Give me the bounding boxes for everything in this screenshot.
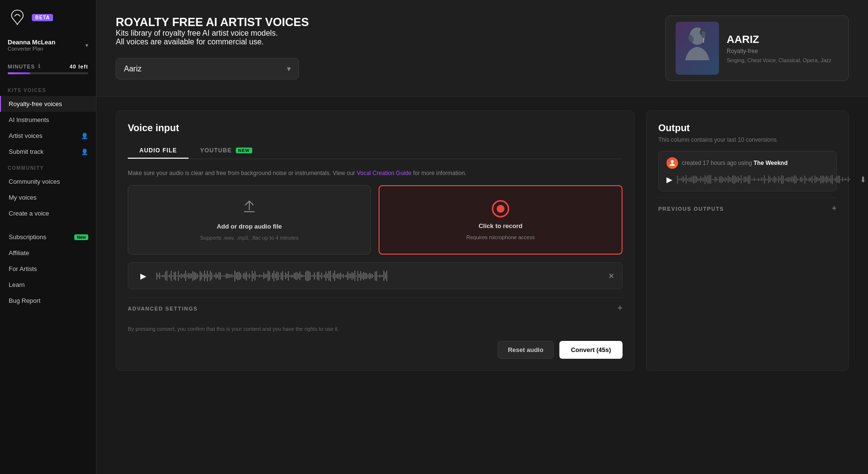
input-description: Make sure your audio is clear and free f… <box>128 169 623 177</box>
sidebar-item-label: Community voices <box>9 178 60 185</box>
output-waveform <box>677 174 850 185</box>
sidebar-item-label: Subscriptions <box>9 233 46 241</box>
sidebar-item-ai-instruments[interactable]: AI Instruments <box>0 112 96 128</box>
voice-card-tags: Singing, Chest Voice, Classical, Opera, … <box>727 57 831 63</box>
convert-button[interactable]: Convert (45s) <box>559 341 623 359</box>
close-audio-button[interactable]: ✕ <box>608 271 614 281</box>
sidebar-item-for-artists[interactable]: For Artists <box>0 261 96 277</box>
voice-selector-value: Aariz <box>124 65 141 73</box>
voice-card-royalty: Royalty-free <box>727 48 831 54</box>
record-box[interactable]: Click to record Requires microphone acce… <box>379 185 623 255</box>
voice-input-title: Voice input <box>128 122 623 134</box>
plus-icon: + <box>831 203 837 214</box>
voice-input-panel: Voice input AUDIO FILE YOUTUBE New Make … <box>116 110 635 371</box>
output-meta-text: created 17 hours ago using The Weeknd <box>682 160 787 166</box>
record-button-icon <box>492 200 509 217</box>
new-badge: New <box>74 234 88 240</box>
hero-desc-line2: All voices are available for commercial … <box>116 38 309 46</box>
tab-audio-file[interactable]: AUDIO FILE <box>128 143 189 159</box>
sidebar-item-learn[interactable]: Learn <box>0 277 96 293</box>
sidebar-item-label: Create a voice <box>9 210 49 217</box>
reset-audio-button[interactable]: Reset audio <box>498 341 554 359</box>
sidebar-item-artist-voices[interactable]: Artist voices 👤 <box>0 128 96 144</box>
voice-card-image <box>676 22 719 75</box>
download-button[interactable]: ⬇ <box>859 174 867 185</box>
tabs: AUDIO FILE YOUTUBE New <box>128 143 623 159</box>
minutes-count: 40 left <box>69 64 88 69</box>
sidebar-item-label: Royalty-free voices <box>9 100 62 108</box>
upload-drop-box[interactable]: Add or drop audio file Supports .wav, .m… <box>128 185 371 255</box>
user-plan: Converter Plan <box>8 46 55 52</box>
singer-illustration <box>680 27 714 70</box>
record-box-subtitle: Requires microphone access <box>466 234 535 240</box>
sidebar-item-create-a-voice[interactable]: Create a voice <box>0 205 96 221</box>
action-buttons: Reset audio Convert (45s) <box>128 341 623 359</box>
sidebar-item-label: Artist voices <box>9 132 42 139</box>
sidebar: BETA Deanna McLean Converter Plan ▾ MINU… <box>0 0 96 474</box>
output-meta: created 17 hours ago using The Weeknd <box>666 157 828 169</box>
sidebar-item-label: Submit track <box>9 148 43 155</box>
app-logo <box>8 8 27 27</box>
advanced-settings-toggle[interactable]: ADVANCED SETTINGS + <box>128 297 623 319</box>
beta-badge: BETA <box>32 14 53 21</box>
minutes-bar-fill <box>8 72 30 74</box>
voice-card-name: AARIZ <box>727 33 831 46</box>
sidebar-item-label: Bug Report <box>9 297 41 304</box>
content-area: Voice input AUDIO FILE YOUTUBE New Make … <box>96 97 868 384</box>
sidebar-item-label: For Artists <box>9 265 37 272</box>
sidebar-item-affiliate[interactable]: Affiliate <box>0 245 96 261</box>
user-name: Deanna McLean <box>8 39 55 46</box>
output-artist-name: The Weeknd <box>754 160 787 166</box>
output-player: ▶ ⬇ 🔗 <box>666 174 828 185</box>
record-dot <box>497 205 504 213</box>
advanced-settings-label: ADVANCED SETTINGS <box>128 306 198 311</box>
upload-area: Add or drop audio file Supports .wav, .m… <box>128 185 623 255</box>
minutes-bar <box>8 72 88 74</box>
sidebar-item-label: Learn <box>9 281 25 288</box>
hero-desc-line1: Kits library of royalty free AI artist v… <box>116 29 309 38</box>
output-title: Output <box>658 122 837 134</box>
sidebar-item-bug-report[interactable]: Bug Report <box>0 293 96 309</box>
output-panel: Output This column contains your last 10… <box>646 110 849 371</box>
user-menu[interactable]: Deanna McLean Converter Plan ▾ <box>0 35 96 59</box>
minutes-section: MINUTES ℹ 40 left <box>0 59 96 82</box>
main-content: ROYALTY FREE AI ARTIST VOICES Kits libra… <box>96 0 868 474</box>
community-section-label: COMMUNITY <box>0 160 96 174</box>
play-button[interactable]: ▶ <box>136 269 150 283</box>
output-avatar <box>666 157 678 169</box>
upload-box-subtitle: Supports .wav, .mp3, .flac up to 4 minut… <box>200 235 298 241</box>
footer-note: By pressing convert, you confirm that th… <box>128 325 623 333</box>
previous-outputs-toggle[interactable]: PREVIOUS OUTPUTS + <box>658 197 837 219</box>
logo-area: BETA <box>0 8 96 35</box>
previous-outputs-label: PREVIOUS OUTPUTS <box>658 206 724 212</box>
voice-card-info: AARIZ Royalty-free Singing, Chest Voice,… <box>727 33 831 63</box>
sidebar-item-label: Affiliate <box>9 249 29 257</box>
sidebar-item-royalty-free-voices[interactable]: Royalty-free voices <box>0 96 96 112</box>
hero-text: ROYALTY FREE AI ARTIST VOICES Kits libra… <box>116 15 309 80</box>
upload-icon <box>242 199 257 218</box>
voice-selector-dropdown[interactable]: Aariz ▾ <box>116 58 299 80</box>
sidebar-item-my-voices[interactable]: My voices <box>0 190 96 205</box>
vocal-creation-guide-link[interactable]: Vocal Creation Guide <box>357 170 411 176</box>
sidebar-item-community-voices[interactable]: Community voices <box>0 174 96 190</box>
minutes-label: MINUTES <box>8 64 35 69</box>
audio-player: ▶ ✕ <box>128 262 623 289</box>
record-box-title: Click to record <box>478 222 522 230</box>
voice-card: AARIZ Royalty-free Singing, Chest Voice,… <box>665 15 849 81</box>
sidebar-item-label: AI Instruments <box>9 116 49 123</box>
plus-icon: + <box>617 303 623 313</box>
sidebar-item-subscriptions[interactable]: Subscriptions New <box>0 229 96 245</box>
output-action-buttons: ⬇ 🔗 <box>859 174 868 185</box>
audio-waveform <box>156 269 602 283</box>
output-play-button[interactable]: ▶ <box>666 175 672 184</box>
chevron-down-icon: ▾ <box>287 64 291 73</box>
sidebar-item-label: My voices <box>9 194 37 201</box>
tab-youtube[interactable]: YOUTUBE New <box>189 143 264 159</box>
output-desc: This column contains your last 10 conver… <box>658 136 837 143</box>
svg-point-5 <box>671 160 674 163</box>
sidebar-item-submit-track[interactable]: Submit track 👤 <box>0 144 96 160</box>
hero-section: ROYALTY FREE AI ARTIST VOICES Kits libra… <box>96 0 868 97</box>
output-item: created 17 hours ago using The Weeknd ▶ … <box>658 151 837 191</box>
svg-rect-3 <box>702 31 705 38</box>
page-title: ROYALTY FREE AI ARTIST VOICES <box>116 15 309 29</box>
